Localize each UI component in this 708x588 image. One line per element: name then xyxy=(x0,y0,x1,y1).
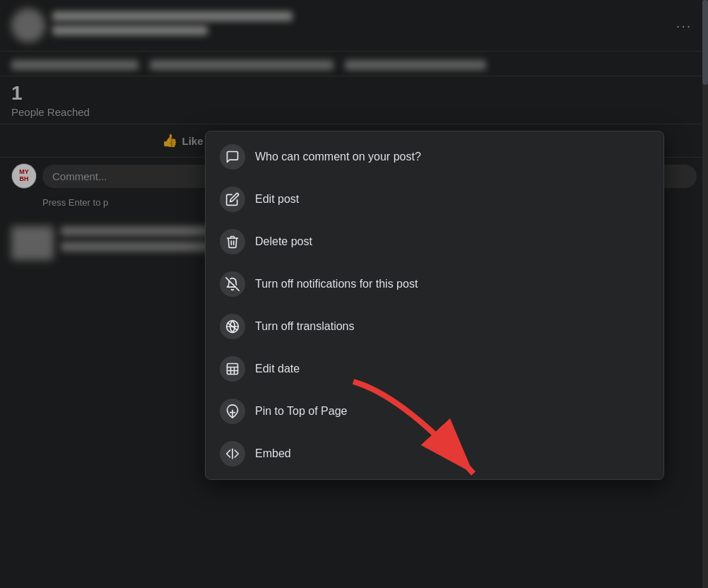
menu-item-embed[interactable]: Embed xyxy=(206,433,663,475)
menu-item-edit-date[interactable]: Edit date xyxy=(206,348,663,390)
turn-off-translations-icon xyxy=(220,314,245,339)
turn-off-notifications-label: Turn off notifications for this post xyxy=(255,278,418,290)
menu-item-delete-post[interactable]: Delete post xyxy=(206,220,663,263)
embed-icon xyxy=(220,441,245,466)
embed-label: Embed xyxy=(255,447,291,460)
svg-line-0 xyxy=(226,278,239,290)
who-can-comment-label: Who can comment on your post? xyxy=(255,151,421,163)
who-can-comment-icon xyxy=(220,144,245,170)
menu-item-pin-to-top[interactable]: Pin to Top of Page xyxy=(206,390,663,433)
turn-off-notifications-icon xyxy=(220,271,245,297)
edit-post-label: Edit post xyxy=(255,193,299,206)
menu-item-turn-off-translations[interactable]: Turn off translations xyxy=(206,305,663,348)
post-options-dropdown: Who can comment on your post? Edit post … xyxy=(205,131,664,480)
menu-item-turn-off-notifications[interactable]: Turn off notifications for this post xyxy=(206,263,663,305)
menu-item-who-can-comment[interactable]: Who can comment on your post? xyxy=(206,136,663,178)
turn-off-translations-label: Turn off translations xyxy=(255,320,355,333)
svg-rect-4 xyxy=(228,364,238,375)
delete-post-icon xyxy=(220,229,245,254)
edit-date-icon xyxy=(220,356,245,382)
edit-date-label: Edit date xyxy=(255,363,300,375)
delete-post-label: Delete post xyxy=(255,235,312,248)
menu-item-edit-post[interactable]: Edit post xyxy=(206,178,663,220)
pin-to-top-icon xyxy=(220,399,245,424)
pin-to-top-label: Pin to Top of Page xyxy=(255,405,347,418)
edit-post-icon xyxy=(220,187,245,212)
